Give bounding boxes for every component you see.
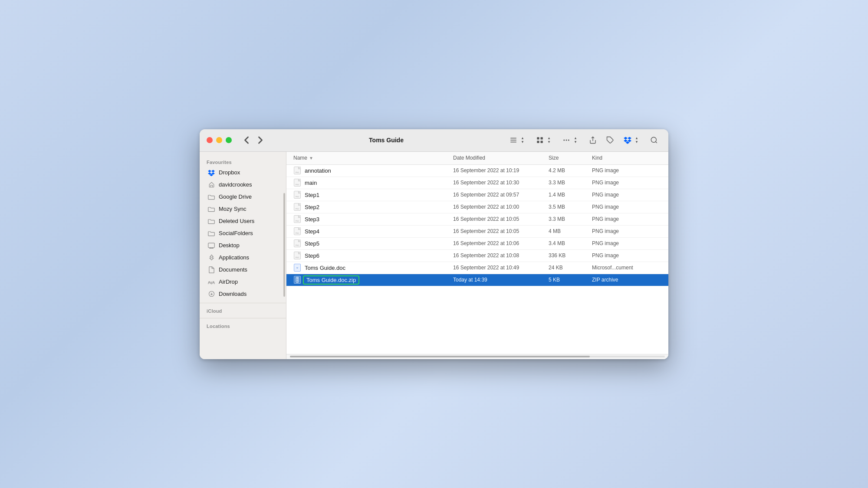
col-header-size[interactable]: Size bbox=[549, 155, 592, 161]
svg-point-7 bbox=[563, 140, 565, 141]
share-button[interactable] bbox=[585, 134, 600, 146]
file-row[interactable]: PNG Step1 16 September 2022 at 09:57 1.4… bbox=[286, 189, 668, 201]
file-size: 3.5 MB bbox=[549, 204, 592, 210]
file-date: 16 September 2022 at 10:00 bbox=[453, 204, 549, 210]
svg-line-13 bbox=[655, 141, 657, 143]
toolbar-actions bbox=[506, 134, 661, 146]
sidebar-item-davidcrookes[interactable]: davidcrookes bbox=[202, 179, 283, 191]
close-button[interactable] bbox=[207, 137, 213, 143]
sidebar-item-desktop[interactable]: Desktop bbox=[202, 239, 283, 252]
file-list: PNG annotation 16 September 2022 at 10:1… bbox=[286, 165, 668, 354]
sort-arrow: ▼ bbox=[309, 156, 313, 160]
file-row[interactable]: PNG Step5 16 September 2022 at 10:06 3.4… bbox=[286, 238, 668, 250]
tag-button[interactable] bbox=[603, 134, 618, 146]
folder-icon-deleted bbox=[207, 217, 215, 225]
sidebar-item-mozy-sync-label: Mozy Sync bbox=[219, 206, 247, 212]
file-date: 16 September 2022 at 10:05 bbox=[453, 228, 549, 234]
file-name-cell: PNG Step1 bbox=[293, 190, 453, 199]
file-row[interactable]: PNG Step2 16 September 2022 at 10:00 3.5… bbox=[286, 201, 668, 213]
file-row[interactable]: Toms Guide.doc.zip Today at 14:39 5 KB Z… bbox=[286, 274, 668, 286]
file-row[interactable]: PNG annotation 16 September 2022 at 10:1… bbox=[286, 165, 668, 177]
maximize-button[interactable] bbox=[226, 137, 232, 143]
nav-buttons bbox=[240, 134, 266, 146]
download-icon bbox=[207, 290, 215, 298]
sidebar-item-mozy-sync[interactable]: Mozy Sync bbox=[202, 203, 283, 215]
sidebar-item-deleted-users-label: Deleted Users bbox=[219, 218, 254, 224]
file-name-cell: PNG Step2 bbox=[293, 203, 453, 211]
col-header-kind[interactable]: Kind bbox=[592, 155, 661, 161]
grid-view-button[interactable] bbox=[533, 134, 556, 146]
sidebar-item-dropbox[interactable]: Dropbox bbox=[202, 167, 283, 179]
file-size: 1.4 MB bbox=[549, 192, 592, 198]
file-kind: ZIP archive bbox=[592, 277, 661, 283]
scrollbar-thumb bbox=[290, 356, 590, 357]
svg-point-18 bbox=[210, 282, 212, 284]
file-row[interactable]: W Toms Guide.doc 16 September 2022 at 10… bbox=[286, 262, 668, 274]
back-button[interactable] bbox=[240, 134, 253, 146]
file-kind: Microsof...cument bbox=[592, 265, 661, 271]
forward-button[interactable] bbox=[254, 134, 266, 146]
sidebar-item-documents-label: Documents bbox=[219, 266, 247, 273]
file-icon-png: PNG bbox=[293, 203, 301, 211]
file-kind: PNG image bbox=[592, 252, 661, 259]
file-kind: PNG image bbox=[592, 167, 661, 174]
sidebar-item-google-drive-label: Google Drive bbox=[219, 193, 252, 200]
window-title: Toms Guide bbox=[275, 137, 497, 144]
file-icon-png: PNG bbox=[293, 239, 301, 248]
svg-point-8 bbox=[566, 140, 567, 141]
col-header-name[interactable]: Name ▼ bbox=[293, 155, 453, 161]
file-icon-png: PNG bbox=[293, 251, 301, 260]
file-size: 3.3 MB bbox=[549, 180, 592, 186]
file-date: 16 September 2022 at 10:49 bbox=[453, 265, 549, 271]
file-size: 336 KB bbox=[549, 252, 592, 259]
finder-window: Toms Guide bbox=[200, 129, 668, 359]
file-icon-png: PNG bbox=[293, 227, 301, 236]
col-header-date[interactable]: Date Modified bbox=[453, 155, 549, 161]
file-date: 16 September 2022 at 10:08 bbox=[453, 252, 549, 259]
list-view-button[interactable] bbox=[506, 134, 530, 146]
svg-rect-23 bbox=[297, 278, 298, 279]
folder-icon-social bbox=[207, 229, 215, 237]
sidebar-item-airdrop[interactable]: AirDrop bbox=[202, 276, 283, 288]
file-row[interactable]: PNG Step4 16 September 2022 at 10:05 4 M… bbox=[286, 226, 668, 238]
file-date: Today at 14:39 bbox=[453, 277, 549, 283]
bottom-scrollbar bbox=[286, 354, 668, 359]
svg-rect-14 bbox=[208, 243, 214, 247]
airdrop-icon bbox=[207, 278, 215, 286]
file-name-cell: PNG main bbox=[293, 178, 453, 187]
file-row[interactable]: PNG Step3 16 September 2022 at 10:05 3.3… bbox=[286, 213, 668, 226]
file-size: 4.2 MB bbox=[549, 167, 592, 174]
minimize-button[interactable] bbox=[216, 137, 222, 143]
more-options-button[interactable] bbox=[559, 134, 583, 146]
search-button[interactable] bbox=[647, 134, 661, 146]
file-kind: PNG image bbox=[592, 204, 661, 210]
sidebar-item-deleted-users[interactable]: Deleted Users bbox=[202, 215, 283, 227]
desktop-icon bbox=[207, 242, 215, 249]
main-area: Favourites Dropbox davidcrookes bbox=[200, 152, 668, 359]
svg-rect-24 bbox=[297, 280, 298, 281]
favourites-label: Favourites bbox=[200, 157, 286, 167]
svg-point-12 bbox=[651, 137, 656, 142]
file-icon-png: PNG bbox=[293, 178, 301, 187]
file-name-cell: PNG Step3 bbox=[293, 215, 453, 223]
file-icon-png: PNG bbox=[293, 215, 301, 223]
file-icon-png: PNG bbox=[293, 166, 301, 175]
sidebar-item-applications-label: Applications bbox=[219, 254, 249, 261]
sidebar-item-applications[interactable]: Applications bbox=[202, 252, 283, 264]
sidebar-item-social-folders[interactable]: SocialFolders bbox=[202, 227, 283, 239]
file-name-cell: PNG annotation bbox=[293, 166, 453, 175]
file-icon-png: PNG bbox=[293, 190, 301, 199]
file-date: 16 September 2022 at 10:05 bbox=[453, 216, 549, 222]
sidebar-item-documents[interactable]: Documents bbox=[202, 264, 283, 276]
file-name-cell: PNG Step6 bbox=[293, 251, 453, 260]
file-size: 24 KB bbox=[549, 265, 592, 271]
file-row[interactable]: PNG main 16 September 2022 at 10:30 3.3 … bbox=[286, 177, 668, 189]
svg-rect-5 bbox=[537, 141, 539, 143]
file-row[interactable]: PNG Step6 16 September 2022 at 10:08 336… bbox=[286, 250, 668, 262]
sidebar-item-downloads[interactable]: Downloads bbox=[202, 288, 283, 300]
sidebar-divider-locations bbox=[200, 318, 286, 318]
dropbox-toolbar-button[interactable] bbox=[620, 134, 644, 146]
sidebar-item-airdrop-label: AirDrop bbox=[219, 278, 238, 285]
sidebar-item-google-drive[interactable]: Google Drive bbox=[202, 191, 283, 203]
file-kind: PNG image bbox=[592, 192, 661, 198]
